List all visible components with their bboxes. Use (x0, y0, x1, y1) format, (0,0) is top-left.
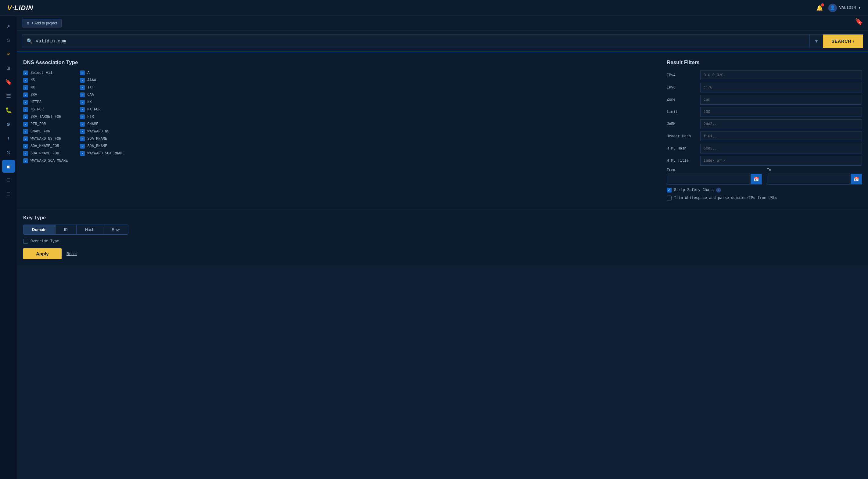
dns-checkbox-ns-for[interactable]: NS_FOR (23, 107, 68, 112)
tab-ip[interactable]: IP (56, 225, 76, 234)
sidebar-item-bug[interactable]: 🐛 (2, 104, 15, 117)
trim-whitespace-checkbox[interactable] (667, 196, 672, 201)
notifications-button[interactable]: 🔔 (816, 5, 823, 11)
jarm-input[interactable] (700, 119, 862, 129)
sidebar-item-arrow[interactable]: ↗ (2, 20, 15, 32)
strip-safety-checkbox[interactable] (667, 188, 672, 192)
sidebar-item-settings[interactable]: ⚙ (2, 118, 15, 130)
cb-wayward-ns-for[interactable] (23, 137, 28, 141)
html-title-label: HTML Title (667, 159, 700, 163)
sidebar-item-download[interactable]: ⬇ (2, 132, 15, 145)
from-date-input[interactable] (667, 177, 751, 181)
ipv4-input[interactable] (700, 70, 862, 80)
dns-checkbox-soa-mname[interactable]: SOA_MNAME (80, 137, 124, 141)
cb-srv-target-for[interactable] (23, 114, 28, 119)
sidebar-item-grid[interactable]: ⊞ (2, 62, 15, 74)
add-to-project-button[interactable]: ⊕ + Add to project (22, 19, 62, 27)
cb-srv[interactable] (23, 92, 28, 97)
limit-label: Limit (667, 110, 700, 114)
strip-safety-help[interactable]: ? (716, 188, 721, 192)
dns-checkbox-https[interactable]: HTTPS (23, 100, 68, 104)
dns-checkbox-soa-rname-for[interactable]: SOA_RNAME_FOR (23, 151, 68, 156)
cb-mx-for[interactable] (80, 107, 85, 112)
cb-https[interactable] (23, 100, 28, 104)
dns-checkbox-ns[interactable]: NS (23, 78, 68, 83)
dns-checkbox-cname-for[interactable]: CNAME_FOR (23, 129, 68, 134)
html-hash-input[interactable] (700, 144, 862, 153)
from-calendar-button[interactable]: 📅 (751, 174, 762, 184)
dns-checkbox-ptr-for[interactable]: PTR_FOR (23, 122, 68, 127)
ipv4-row: IPv4 (667, 70, 862, 80)
header-hash-input[interactable] (700, 131, 862, 141)
cb-aaaa[interactable] (80, 78, 85, 83)
cb-wayward-soa-mname[interactable] (23, 158, 28, 163)
cb-soa-mname[interactable] (80, 137, 85, 141)
tab-raw[interactable]: Raw (103, 225, 128, 234)
cb-ns[interactable] (23, 78, 28, 83)
sidebar-item-search[interactable]: ⌕ (2, 48, 15, 60)
dns-checkbox-srv-target-for[interactable]: SRV_TARGET_FOR (23, 114, 68, 119)
tab-hash[interactable]: Hash (76, 225, 103, 234)
html-title-input[interactable] (700, 156, 862, 166)
apply-button[interactable]: Apply (23, 248, 62, 259)
to-date-input[interactable] (767, 177, 850, 181)
dns-checkbox-txt[interactable]: TXT (80, 85, 124, 90)
dns-checkbox-wayward-soa-rname[interactable]: WAYWARD_SOA_RNAME (80, 151, 124, 156)
filter-button[interactable]: ▼ (809, 34, 823, 48)
dns-checkbox-mx-for[interactable]: MX_FOR (80, 107, 124, 112)
cb-soa-rname-for[interactable] (23, 151, 28, 156)
dns-checkbox-cname[interactable]: CNAME (80, 122, 124, 127)
ipv6-input[interactable] (700, 83, 862, 92)
trim-whitespace-label: Trim Whitespace and parse domains/IPs fr… (674, 196, 777, 200)
reset-link[interactable]: Reset (66, 251, 77, 256)
cb-wayward-soa-rname[interactable] (80, 151, 85, 156)
bookmark-icon: 🔖 (855, 18, 863, 26)
html-hash-label: HTML Hash (667, 146, 700, 151)
cb-cname[interactable] (80, 122, 85, 127)
dns-checkbox-ptr[interactable]: PTR (80, 114, 124, 119)
sidebar-item-box1[interactable]: ▣ (2, 160, 15, 173)
search-icon: 🔍 (27, 38, 33, 44)
dns-checkbox-wayward-soa-mname[interactable]: WAYWARD_SOA_MNAME (23, 158, 68, 163)
cb-wayward-ns[interactable] (80, 129, 85, 134)
search-button[interactable]: SEARCH › (823, 34, 863, 48)
limit-input[interactable] (700, 107, 862, 117)
dns-checkbox-caa[interactable]: CAA (80, 92, 124, 97)
sidebar-item-target[interactable]: ◎ (2, 146, 15, 159)
dns-checkbox-a[interactable]: A (80, 70, 124, 76)
user-menu-button[interactable]: 👤 VALIDIN ▾ (828, 4, 861, 12)
override-type-checkbox[interactable] (23, 239, 28, 244)
dns-checkbox-mx[interactable]: MX (23, 85, 68, 90)
dns-checkbox-srv[interactable]: SRV (23, 92, 68, 97)
cb-cname-for[interactable] (23, 129, 28, 134)
sidebar-item-list[interactable]: ☰ (2, 90, 15, 102)
cb-ptr[interactable] (80, 114, 85, 119)
zone-input[interactable] (700, 95, 862, 104)
cb-mx[interactable] (23, 85, 28, 90)
to-calendar-button[interactable]: 📅 (850, 174, 862, 184)
sidebar-item-box3[interactable]: □ (2, 188, 15, 201)
dns-checkbox-select-all[interactable]: Select All (23, 70, 68, 76)
cb-txt[interactable] (80, 85, 85, 90)
cb-select-all[interactable] (23, 70, 28, 76)
dns-checkbox-soa-rname[interactable]: SOA_RNAME (80, 144, 124, 149)
search-input-wrap: 🔍 (22, 34, 809, 48)
sidebar-item-box2[interactable]: □ (2, 174, 15, 187)
top-nav: V·LIDIN 🔔 👤 VALIDIN ▾ (0, 0, 868, 16)
dns-checkbox-wayward-ns[interactable]: WAYWARD_NS (80, 129, 124, 134)
dns-checkbox-nx[interactable]: NX (80, 100, 124, 104)
cb-caa[interactable] (80, 92, 85, 97)
search-input[interactable] (36, 39, 805, 44)
cb-a[interactable] (80, 70, 85, 76)
cb-nx[interactable] (80, 100, 85, 104)
sidebar-item-home[interactable]: ⌂ (2, 34, 15, 47)
dns-checkbox-wayward-ns-for[interactable]: WAYWARD_NS_FOR (23, 137, 68, 141)
cb-soa-mname-for[interactable] (23, 144, 28, 149)
cb-ns-for[interactable] (23, 107, 28, 112)
cb-soa-rname[interactable] (80, 144, 85, 149)
dns-checkbox-soa-mname-for[interactable]: SOA_MNAME_FOR (23, 144, 68, 149)
sidebar-item-bookmark[interactable]: 🔖 (2, 76, 15, 88)
dns-checkbox-aaaa[interactable]: AAAA (80, 78, 124, 83)
cb-ptr-for[interactable] (23, 122, 28, 127)
tab-domain[interactable]: Domain (24, 225, 56, 234)
